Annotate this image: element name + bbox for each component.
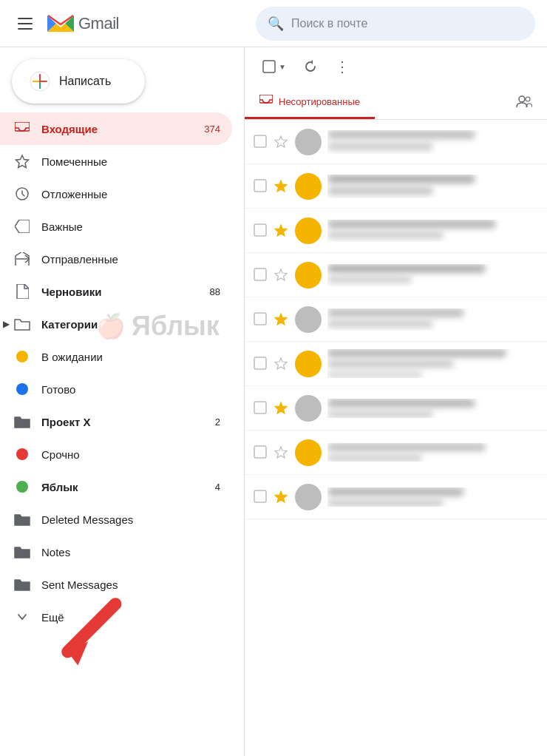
email-content xyxy=(327,443,538,462)
ready-icon xyxy=(12,379,33,399)
project-x-folder-icon xyxy=(12,411,33,432)
email-star[interactable] xyxy=(274,490,289,504)
search-icon: 🔍 xyxy=(268,16,284,32)
email-star[interactable] xyxy=(274,223,289,238)
email-item[interactable] xyxy=(245,386,547,431)
more-label: Ещё xyxy=(41,611,220,624)
inbox-tab-icon xyxy=(259,95,273,108)
email-star[interactable] xyxy=(274,135,289,149)
email-content xyxy=(327,349,538,378)
email-item[interactable] xyxy=(245,297,547,342)
email-checkbox[interactable] xyxy=(254,179,268,194)
email-item[interactable] xyxy=(245,342,547,386)
categories-arrow-icon: ▶ xyxy=(3,319,10,329)
email-star[interactable] xyxy=(274,312,289,327)
svg-marker-8 xyxy=(16,155,29,168)
sidebar-item-sent[interactable]: Отправленные xyxy=(0,243,232,275)
svg-marker-27 xyxy=(275,358,287,369)
sent-messages-label: Sent Messages xyxy=(41,578,220,591)
yablyk-label: Яблык xyxy=(41,481,215,493)
email-content xyxy=(327,487,538,507)
email-star[interactable] xyxy=(274,357,289,371)
email-star[interactable] xyxy=(274,401,289,416)
more-options-button[interactable]: ⋮ xyxy=(329,55,356,78)
avatar xyxy=(295,129,322,155)
refresh-button[interactable] xyxy=(298,57,323,76)
email-checkbox[interactable] xyxy=(254,401,268,416)
yablyk-count: 4 xyxy=(215,482,220,493)
sidebar-item-deleted[interactable]: Deleted Messages xyxy=(0,503,232,536)
tab-unsorted[interactable]: Несортированные xyxy=(245,86,375,119)
email-item[interactable] xyxy=(245,209,547,253)
sidebar-item-sent-messages[interactable]: Sent Messages xyxy=(0,568,232,601)
search-bar[interactable]: 🔍 Поиск в почте xyxy=(256,7,535,41)
chevron-down-small-icon: ▼ xyxy=(279,63,286,71)
avatar xyxy=(295,395,322,422)
email-checkbox[interactable] xyxy=(254,268,268,283)
email-content xyxy=(327,399,538,418)
sidebar-item-snoozed[interactable]: Отложенные xyxy=(0,178,232,210)
tab-unsorted-label: Несортированные xyxy=(279,96,360,107)
header-left: Gmail xyxy=(12,12,256,36)
email-checkbox[interactable] xyxy=(254,490,268,504)
svg-rect-18 xyxy=(254,180,266,192)
email-star[interactable] xyxy=(274,445,289,460)
email-star[interactable] xyxy=(274,268,289,283)
star-icon xyxy=(12,151,33,172)
hamburger-menu[interactable] xyxy=(12,12,38,36)
email-checkbox[interactable] xyxy=(254,135,268,149)
email-item[interactable] xyxy=(245,431,547,475)
sidebar-item-starred[interactable]: Помеченные xyxy=(0,145,232,178)
sidebar-item-urgent[interactable]: Срочно xyxy=(0,438,232,470)
email-checkbox[interactable] xyxy=(254,312,268,327)
svg-point-15 xyxy=(526,97,530,101)
sent-icon xyxy=(12,249,33,269)
sidebar-item-inbox[interactable]: Входящие 374 xyxy=(0,112,232,145)
email-item[interactable] xyxy=(245,475,547,519)
important-icon xyxy=(12,216,33,237)
sidebar-item-waiting[interactable]: В ожидании xyxy=(0,340,232,373)
email-content xyxy=(327,308,538,331)
urgent-label: Срочно xyxy=(41,448,220,461)
email-item[interactable] xyxy=(245,164,547,209)
avatar xyxy=(295,262,322,288)
draft-icon xyxy=(12,281,33,302)
svg-marker-31 xyxy=(275,447,287,458)
compose-button[interactable]: Написать xyxy=(12,59,145,104)
sidebar-item-categories[interactable]: ▶ Категории xyxy=(0,308,232,340)
sidebar-item-more[interactable]: Ещё xyxy=(0,601,232,633)
svg-rect-16 xyxy=(254,135,266,147)
sidebar-item-project-x[interactable]: Проект X 2 xyxy=(0,405,232,438)
email-checkbox[interactable] xyxy=(254,357,268,371)
avatar xyxy=(295,484,322,510)
sidebar-item-yablyk[interactable]: Яблык 4 xyxy=(0,470,232,503)
svg-marker-25 xyxy=(275,314,287,325)
sidebar-item-drafts[interactable]: Черновики 88 xyxy=(0,275,232,308)
deleted-folder-icon xyxy=(12,509,33,530)
email-star[interactable] xyxy=(274,179,289,194)
sidebar-item-important[interactable]: Важные xyxy=(0,210,232,243)
svg-rect-7 xyxy=(15,122,30,131)
chevron-down-icon xyxy=(12,607,33,627)
sidebar-item-notes[interactable]: Notes xyxy=(0,536,232,568)
email-item[interactable] xyxy=(245,120,547,164)
select-checkbox-button[interactable]: ▼ xyxy=(256,57,292,76)
avatar xyxy=(295,306,322,333)
avatar xyxy=(295,217,322,244)
svg-marker-21 xyxy=(275,225,287,236)
svg-marker-19 xyxy=(275,180,287,192)
notes-label: Notes xyxy=(41,546,220,558)
notes-folder-icon xyxy=(12,541,33,562)
inbox-count: 374 xyxy=(204,124,220,135)
inbox-label: Входящие xyxy=(41,123,204,135)
search-placeholder: Поиск в почте xyxy=(291,17,367,30)
svg-marker-29 xyxy=(275,402,287,414)
avatar xyxy=(295,173,322,200)
email-checkbox[interactable] xyxy=(254,445,268,460)
email-item[interactable] xyxy=(245,253,547,297)
tabs-bar: Несортированные xyxy=(245,86,547,120)
tab-contacts[interactable] xyxy=(501,86,547,119)
sidebar-item-ready[interactable]: Готово xyxy=(0,373,232,405)
inbox-icon xyxy=(12,118,33,139)
email-checkbox[interactable] xyxy=(254,223,268,238)
